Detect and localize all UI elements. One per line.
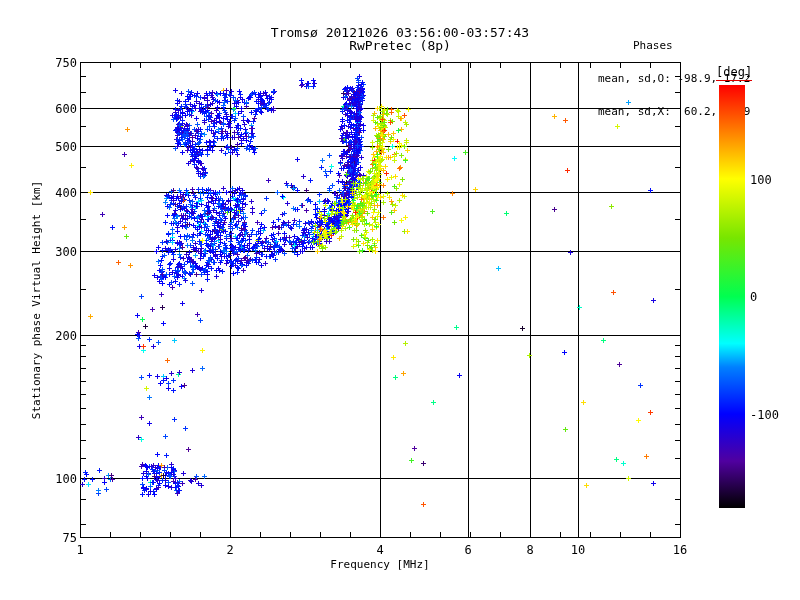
y-tick-label-500: 500 (37, 140, 77, 154)
y-tick-label-75: 75 (37, 531, 77, 545)
colorbar-tick-neg100: -100 (750, 408, 779, 422)
y-tick-label-400: 400 (37, 186, 77, 200)
x-axis-title: Frequency [MHz] (330, 558, 429, 571)
y-tick-label-600: 600 (37, 102, 77, 116)
x-tick-label-1: 1 (65, 543, 95, 557)
colorbar-gradient (719, 85, 745, 508)
y-axis-title: Stationary phase Virtual Height [km] (30, 181, 43, 419)
colorbar-units-label: [deg] (716, 65, 752, 81)
colorbar-tick-0: 0 (750, 290, 757, 304)
x-tick-label-10: 10 (563, 543, 593, 557)
plot-subtitle: RwPretec (8p) (349, 38, 451, 53)
y-tick-label-750: 750 (37, 56, 77, 70)
x-tick-label-8: 8 (515, 543, 545, 557)
ionogram-plot: Tromsø 20121026 03:56:00-03:57:43 RwPret… (0, 0, 800, 600)
y-tick-label-100: 100 (37, 472, 77, 486)
x-tick-label-4: 4 (365, 543, 395, 557)
x-tick-label-2: 2 (215, 543, 245, 557)
x-tick-label-6: 6 (453, 543, 483, 557)
x-tick-label-16: 16 (665, 543, 695, 557)
colorbar-tick-100: 100 (750, 173, 772, 187)
phase-stats-title: Phases (598, 40, 750, 51)
y-tick-label-300: 300 (37, 245, 77, 259)
y-tick-label-200: 200 (37, 329, 77, 343)
